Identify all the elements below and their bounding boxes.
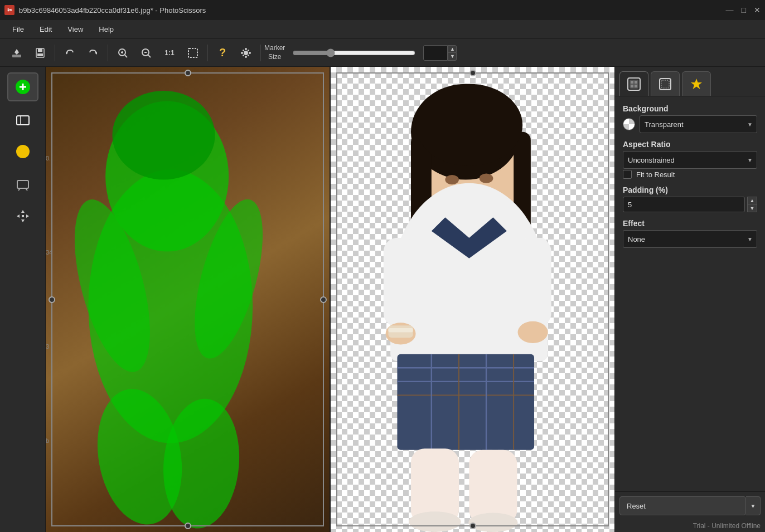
close-button[interactable]: ✕ (754, 6, 761, 14)
tab-star[interactable] (682, 71, 711, 96)
transparent-preview (623, 118, 635, 130)
undo-button[interactable] (59, 42, 81, 64)
background-section: Background Transparent White Black Custo… (623, 104, 757, 133)
original-image[interactable] (46, 67, 331, 532)
svg-rect-30 (17, 180, 28, 188)
svg-point-66 (409, 511, 461, 532)
svg-rect-79 (635, 85, 637, 87)
tab-background[interactable] (619, 71, 648, 96)
tool-panel (0, 67, 46, 532)
toolbar-separator-3 (207, 45, 208, 61)
svg-point-20 (243, 50, 244, 51)
help-button[interactable]: ? (211, 42, 234, 64)
svg-rect-65 (469, 450, 517, 524)
handle-top[interactable] (185, 70, 191, 76)
toolbar-separator-1 (55, 45, 55, 61)
menu-file[interactable]: File (6, 23, 31, 36)
background-label: Background (623, 104, 757, 113)
aspect-ratio-select[interactable]: Unconstrained 1:1 Square 4:3 16:9 3:4 Po… (623, 151, 757, 169)
zoom-fit-button[interactable] (182, 42, 204, 64)
main-area: 0. 34 3 b (0, 67, 765, 532)
move-tool-button[interactable] (7, 202, 38, 231)
svg-rect-76 (631, 81, 633, 84)
svg-rect-81 (661, 80, 669, 88)
color-tool-button[interactable] (7, 137, 38, 166)
aspect-ratio-select-wrapper: Unconstrained 1:1 Square 4:3 16:9 3:4 Po… (623, 151, 757, 169)
titlebar-left: ✂ b9b3c69846053ad4fb220cca0df31e6.jpg* -… (4, 5, 206, 15)
svg-rect-4 (37, 53, 43, 56)
app-icon: ✂ (4, 5, 14, 15)
svg-marker-1 (14, 49, 19, 55)
result-handle-top[interactable] (469, 70, 476, 76)
add-tool-button[interactable] (7, 72, 38, 101)
svg-rect-68 (384, 238, 418, 327)
svg-point-19 (249, 52, 251, 54)
toolbar: 1:1 ? Marker Size 30 ▲ ▼ (0, 39, 765, 67)
marker-size-slider[interactable] (293, 48, 415, 57)
erase2-tool-button[interactable] (7, 169, 38, 198)
reset-button[interactable]: Reset (619, 496, 746, 515)
svg-point-22 (243, 55, 244, 56)
svg-point-15 (244, 51, 248, 55)
handle-bottom[interactable] (185, 523, 191, 529)
background-select[interactable]: Transparent White Black Custom Color (640, 115, 757, 133)
menu-view[interactable]: View (61, 23, 90, 36)
padding-spin: ▲ ▼ (747, 197, 757, 212)
svg-point-21 (248, 50, 249, 51)
svg-point-17 (245, 56, 247, 58)
effect-section: Effect None Blur Shadow ▼ (623, 219, 757, 248)
padding-input[interactable] (623, 197, 745, 212)
result-image[interactable] (331, 67, 614, 532)
marker-size-input[interactable]: 30 (423, 45, 448, 61)
redo-button[interactable] (82, 42, 104, 64)
zoom-100-button[interactable]: 1:1 (158, 42, 181, 64)
zoom-in-button[interactable] (112, 42, 134, 64)
svg-rect-37 (22, 215, 24, 217)
reset-dropdown-arrow[interactable]: ▼ (746, 496, 761, 515)
maximize-button[interactable]: □ (742, 6, 746, 14)
svg-point-44 (112, 91, 215, 180)
background-select-wrapper: Transparent White Black Custom Color ▼ (640, 115, 757, 133)
svg-marker-36 (26, 214, 29, 218)
erase-tool-button[interactable] (7, 105, 38, 134)
handle-right[interactable] (320, 296, 327, 303)
window-controls[interactable]: — □ ✕ (726, 6, 761, 14)
padding-up[interactable]: ▲ (747, 197, 757, 204)
fit-to-result-row: Fit to Result (623, 170, 757, 179)
svg-point-51 (480, 174, 493, 183)
svg-rect-78 (631, 85, 633, 87)
padding-down[interactable]: ▼ (747, 204, 757, 212)
fit-to-result-checkbox[interactable] (623, 170, 632, 179)
svg-marker-82 (691, 79, 702, 89)
zoom-out-button[interactable] (135, 42, 157, 64)
menubar: File Edit View Help (0, 20, 765, 39)
marker-size-up[interactable]: ▲ (448, 45, 457, 53)
tab-outline[interactable] (651, 71, 680, 96)
right-panel: Background Transparent White Black Custo… (614, 67, 765, 532)
effect-label: Effect (623, 219, 757, 228)
svg-rect-0 (12, 55, 21, 57)
svg-rect-77 (635, 81, 637, 84)
save-button[interactable] (29, 42, 51, 64)
marker-size-down[interactable]: ▼ (448, 53, 457, 61)
handle-left[interactable] (49, 296, 55, 303)
ai-button[interactable] (235, 42, 257, 64)
svg-point-18 (241, 52, 243, 54)
marker-size-label: Marker Size (264, 44, 285, 61)
trial-text: Trial - Unlimited Offline (615, 520, 765, 532)
open-button[interactable] (6, 42, 28, 64)
svg-rect-27 (17, 116, 29, 125)
menu-help[interactable]: Help (92, 23, 120, 36)
svg-marker-35 (17, 214, 20, 218)
result-handle-bottom[interactable] (469, 523, 476, 529)
svg-point-16 (245, 48, 247, 50)
minimize-button[interactable]: — (726, 6, 734, 14)
effect-select[interactable]: None Blur Shadow (623, 230, 757, 248)
svg-point-23 (248, 55, 249, 56)
reset-area: Reset ▼ (615, 491, 765, 520)
toolbar-separator-4 (260, 45, 261, 61)
effect-select-wrapper: None Blur Shadow ▼ (623, 230, 757, 248)
svg-rect-3 (38, 48, 42, 52)
menu-edit[interactable]: Edit (33, 23, 59, 36)
window-title: b9b3c69846053ad4fb220cca0df31e6.jpg* - P… (19, 6, 206, 14)
